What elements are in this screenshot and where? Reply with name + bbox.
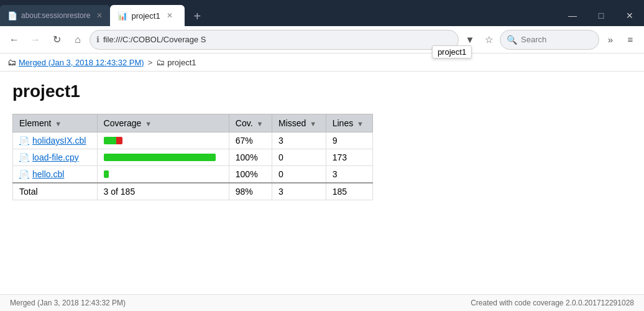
tab-session-favicon: 📄 [7,11,17,21]
home-button[interactable]: ⌂ [68,30,87,49]
tab-project1-favicon: 📊 [117,11,127,21]
col-lines[interactable]: Lines ▼ [326,114,372,132]
table-row: 📄holidaysIX.cbl 67%39 [13,132,373,149]
tab-session[interactable]: 📄 about:sessionrestore ✕ [0,5,110,26]
breadcrumb-favicon: 🗂 [7,57,16,67]
total-lines: 185 [326,183,372,200]
total-label: Total [13,183,98,200]
total-cov-pct: 98% [229,183,272,200]
col-lines-sort: ▼ [357,120,364,128]
browser-chrome: 📄 about:sessionrestore ✕ 📊 project1 ✕ + … [0,0,644,53]
col-coverage-sort: ▼ [145,120,152,128]
address-bar[interactable]: ℹ project1 [90,30,459,50]
cov-pct: 67% [229,132,272,149]
file-icon: 📄 [19,153,29,162]
coverage-bar [104,137,122,144]
footer-right: Created with code coverage 2.0.0.2017122… [471,299,634,307]
coverage-bar-filled [104,154,216,161]
maximize-button[interactable]: □ [587,5,615,26]
coverage-bar [104,154,216,161]
url-input[interactable] [103,35,448,44]
page-footer: Merged (Jan 3, 2018 12:43:32 PM) Created… [0,294,644,311]
close-button[interactable]: ✕ [615,5,644,26]
tab-project1[interactable]: 📊 project1 ✕ [110,5,185,26]
file-link[interactable]: 📄holidaysIX.cbl [19,136,91,146]
cov-pct: 100% [229,149,272,166]
breadcrumb-separator: > [148,58,153,67]
lines-count: 9 [326,132,372,149]
tab-project1-label: project1 [131,11,160,21]
page-title: project1 [12,81,632,101]
search-bar[interactable]: 🔍 [500,30,599,50]
coverage-bar-cell [97,166,229,183]
coverage-bar-cell [97,149,229,166]
breadcrumb-folder-icon: 🗂 [156,57,165,67]
coverage-bar-cell [97,132,229,149]
missed-count: 3 [272,132,326,149]
table-row: 📄hello.cbl 100%03 [13,166,373,183]
file-icon: 📄 [19,170,29,179]
table-total-row: Total 3 of 185 98% 3 185 [13,183,373,200]
cov-pct: 100% [229,166,272,183]
table-row: 📄load-file.cpy 100%0173 [13,149,373,166]
lines-count: 3 [326,166,372,183]
col-missed[interactable]: Missed ▼ [272,114,326,132]
col-cov[interactable]: Cov. ▼ [229,114,272,132]
tab-bar: 📄 about:sessionrestore ✕ 📊 project1 ✕ + … [0,0,644,26]
search-input[interactable] [521,35,583,44]
info-icon: ℹ [96,35,99,44]
tab-session-close[interactable]: ✕ [96,11,103,20]
missed-count: 0 [272,149,326,166]
tab-session-label: about:sessionrestore [21,11,90,20]
col-missed-sort: ▼ [310,120,316,128]
file-link[interactable]: 📄load-file.cpy [19,152,91,162]
star-icon[interactable]: ☆ [480,31,497,49]
back-button[interactable]: ← [5,30,24,49]
new-tab-button[interactable]: + [187,6,207,26]
coverage-bar-filled [104,137,116,144]
file-link[interactable]: 📄hello.cbl [19,169,91,179]
total-missed: 3 [272,183,326,200]
nav-bar: ← → ↻ ⌂ ℹ project1 ▼ ☆ 🔍 » ≡ [0,26,644,53]
more-tools-icon[interactable]: » [602,31,619,49]
window-controls: — □ ✕ [558,5,644,26]
reload-button[interactable]: ↻ [47,30,66,49]
coverage-bar-missed [116,137,122,144]
tab-project1-close[interactable]: ✕ [167,11,173,20]
coverage-table: Element ▼ Coverage ▼ Cov. ▼ Missed ▼ Lin… [12,114,373,200]
coverage-bar [104,170,109,178]
col-element-sort: ▼ [55,120,62,128]
col-cov-sort: ▼ [256,120,263,128]
total-coverage-text: 3 of 185 [97,183,229,200]
menu-icon[interactable]: ≡ [622,31,639,49]
minimize-button[interactable]: — [558,5,587,26]
breadcrumb-parent-link[interactable]: Merged (Jan 3, 2018 12:43:32 PM) [19,58,144,67]
col-coverage[interactable]: Coverage ▼ [97,114,229,132]
footer-left: Merged (Jan 3, 2018 12:43:32 PM) [10,299,126,307]
breadcrumb: 🗂 Merged (Jan 3, 2018 12:43:32 PM) > 🗂 p… [0,53,644,72]
page-content: project1 Element ▼ Coverage ▼ Cov. ▼ Mis… [0,72,644,225]
coverage-bar-filled [104,170,109,178]
missed-count: 0 [272,166,326,183]
col-element[interactable]: Element ▼ [13,114,98,132]
lines-count: 173 [326,149,372,166]
file-icon: 📄 [19,136,29,146]
url-tooltip: project1 [432,45,472,58]
forward-button[interactable]: → [26,30,45,49]
search-icon: 🔍 [507,35,517,45]
breadcrumb-current: 🗂 project1 [156,57,196,67]
